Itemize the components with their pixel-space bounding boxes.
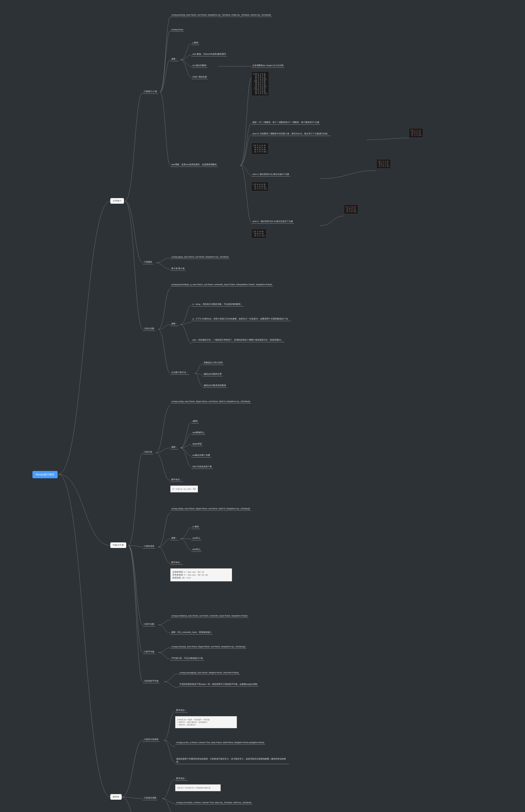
- leaf-b1-p1: a数组: [192, 419, 199, 423]
- node-order-stats[interactable]: 次序统计: [110, 198, 124, 204]
- math-var: s² = 1/(n-1) · Σᵢ₌₁ⁿ (Xᵢ − X̄)²: [170, 485, 198, 492]
- leaf-b1-p3: dtype类型: [192, 442, 203, 446]
- leaf-b2-sig: numpy.std(a[, axis=None, dtype=None, out…: [170, 507, 251, 511]
- label-quantile-method: 分位数计算方法：: [170, 370, 189, 375]
- leaf-a2-sig: numpy.ptp(a, axis=None, out=None, keepdi…: [170, 255, 229, 259]
- node-corrcoef[interactable]: 计算相关系数: [143, 796, 158, 800]
- leaf-a1-p2: axis 数轴，为None代表将a数组展开: [192, 52, 227, 56]
- leaf-c1-desc: 描述的是两个向量协同变化的程度，它的取值可能非常大，也可能非常小，这就导致没法直…: [175, 757, 289, 764]
- leaf-axis-label: axis理解，这里axis是用处最多，也是最难理解的: [170, 162, 218, 167]
- leaf-c1-sig: numpy.cov(m, y=None, rowvar=True, bias=F…: [175, 741, 265, 744]
- leaf-b4-desc: 平均值计算，可以沿着轴进行计算: [170, 656, 204, 661]
- leaf-desc3: axis=2，输出形状为(3,4),每次比较五个元素: [252, 219, 294, 223]
- leaf-b1-sig: numpy.var(a[, axis=None, dtype=None, out…: [170, 400, 251, 403]
- root-node[interactable]: Numpy统计相关: [32, 471, 58, 478]
- math-corr: r(X,Y) = Cov(X,Y) / √(Var[X]·Var[Y]): [175, 784, 221, 791]
- node-mean-var[interactable]: 均值与方差: [110, 542, 126, 548]
- node-maxmin[interactable]: 计算最大/小值: [143, 89, 158, 94]
- leaf-b1-p2: axis数轴同上: [192, 430, 206, 435]
- node-ptp[interactable]: 计算极差: [143, 260, 153, 264]
- leaf-b1-p5: ddof 代表自由度个数: [192, 464, 213, 469]
- leaf-amin-sig: numpy.amin(a[, axis=None, out=None, keep…: [170, 13, 272, 17]
- node-var[interactable]: 计算方差: [143, 450, 153, 454]
- node-mean[interactable]: 计算平均值: [143, 650, 155, 654]
- arr-axis1: [[3 0 0 0 0] [4 2 0 0 0] [3 3 3 3 2]]: [252, 182, 268, 191]
- leaf-ex-label: 以多维数组arr shape=(3,4,5)为例: [252, 63, 284, 68]
- arr-mini2: [[4 5 2 0 4] [3 0 0 5 1] [0 4 0 0 0] [3 …: [344, 205, 358, 214]
- leaf-b1-math-label: 数学表达：: [170, 477, 183, 482]
- node-percentile[interactable]: 计算分位数: [143, 327, 155, 331]
- leaf-b2-math-label: 数学表达：: [170, 560, 183, 565]
- leaf-a1-p1: a 数组: [192, 41, 199, 45]
- arr-mini0: [[0 2 1 4 3] [1 0 4 2 3] [0 3 4 1 2] [1 …: [409, 128, 423, 138]
- leaf-b5-desc: 不指定权重的情况下和mean一样，制定权重可计算加权平均值，由参数weights…: [178, 682, 258, 686]
- math-std: 总体标准差: σ = √(Σᵢ₌₁ⁿ(xᵢ − x̄)² / n) 样本标准差:…: [170, 568, 232, 581]
- arr-axis0: [[4 5 2 0 4] [3 0 0 5 1] [0 4 0 0 0] [3 …: [252, 143, 268, 154]
- arr-axis2: [[3 3 0 0] [0 0 0 2] [4 3 2 1]]: [252, 229, 266, 238]
- node-median[interactable]: 计算中位数: [143, 622, 155, 626]
- leaf-a3-m2: 确定p分位数的位置: [203, 372, 223, 376]
- node-std[interactable]: 计算标准差: [143, 544, 155, 548]
- leaf-c2-math-label: 数学表达：: [175, 776, 188, 781]
- leaf-desc2: axis=1, 输出形状(3,5),每次比较4个元素: [252, 172, 290, 176]
- leaf-a3-p1: a：array，用来算分位数的对象，可以是多维的数组。: [192, 302, 244, 306]
- leaf-a3-p2: q：介于0-100的float，用来计算是几分位的参数，如四分之一位就是25，如…: [192, 317, 291, 321]
- leaf-desc0: 描述：3个二维数组，每个二维数组有4个一维数组，每个数组有5个元素: [252, 120, 320, 125]
- arr-mini1: [[0 1 2 3 4] [0 4 1 2 3] [3 0 2 1 4] [3 …: [376, 159, 391, 169]
- leaf-a3-sig: numpy.percentile(a, q, axis=None, out=No…: [170, 282, 273, 287]
- leaf-a1-p3: out 输出到数组: [192, 63, 208, 68]
- leaf-a1-p4: initial: 初始化值: [192, 75, 208, 79]
- leaf-b2-p1: a: 数组: [192, 524, 200, 529]
- leaf-a3-m1: 将数据从小到大排列: [203, 361, 224, 365]
- leaf-b3-desc: 参数：同上 overwrite_input：直接修改输入: [170, 630, 212, 635]
- math-cov: Cov(X,Y) = E[(X − E[X])(Y − E[Y])] = E[X…: [175, 716, 237, 728]
- leaf-b1-p4: out输出到某个变量: [192, 453, 211, 458]
- node-correlation[interactable]: 相关性: [110, 794, 122, 800]
- leaf-a3-p3: axis：坐标轴的方向，一维的就不用考虑了，多维的就用这个调整计算的维度方向，取…: [192, 338, 284, 342]
- leaf-a3-m3: 确定p分位数具体的数值: [203, 383, 227, 388]
- node-avg[interactable]: 计算加权平均值: [143, 679, 160, 683]
- leaf-b2-p2: axis同上: [192, 536, 201, 540]
- label-params-b2: 参数：: [170, 536, 179, 540]
- leaf-amax-sig: numpy.amax: [170, 28, 184, 31]
- leaf-a2-desc: 最大值-最小值: [170, 266, 185, 271]
- label-params-a1: 参数：: [170, 57, 179, 61]
- leaf-c2-sig: numpy.corrcoef(x, y=None, rowvar=True, b…: [175, 801, 252, 804]
- leaf-c1-math-label: 数学表达：: [175, 708, 188, 712]
- leaf-desc1: axis=0, 代表要求二维数组中对应最小值，形状为(4,5)，每次有三个元素进…: [252, 132, 330, 136]
- node-cov[interactable]: 计算协方差矩阵: [143, 737, 160, 742]
- label-params-a3: 参数：: [170, 321, 179, 326]
- leaf-b3-sig: numpy.median(a, axis=None, out=None, ove…: [170, 614, 249, 618]
- label-params-b1: 参数：: [170, 445, 179, 449]
- leaf-b4-sig: numpy.mean(a[, axis=None, dtype=None, ou…: [170, 645, 246, 649]
- leaf-b5-sig: numpy.average(a[, axis=None, weights=Non…: [178, 671, 240, 675]
- leaf-b2-p3: ddof同上: [192, 547, 202, 552]
- arr-shape-example: [[[0 2 1 4 3] [1 0 4 2 3] [0 3 4 1 2] [1…: [252, 71, 269, 96]
